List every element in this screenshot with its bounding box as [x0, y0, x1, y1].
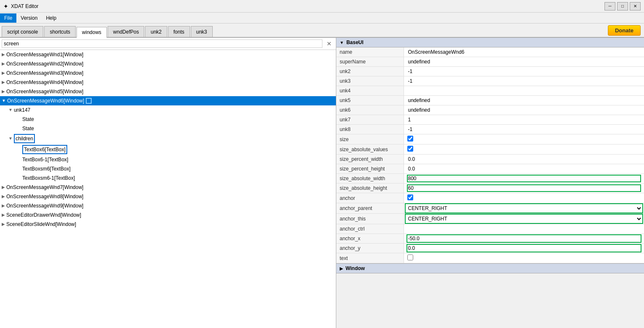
prop-val-unk3[interactable]	[404, 76, 644, 86]
search-bar: ✕	[0, 38, 336, 50]
prop-row-anchor-parent: anchor_parent CENTER_RIGHT CENTER_LEFT T…	[336, 203, 644, 214]
tree-item-1[interactable]: ▶ OnScreenMessageWnd1[Window]	[0, 50, 336, 59]
prop-key-size-absolute-height: size_absolute_height	[336, 184, 404, 193]
app-icon: ✦	[3, 3, 8, 10]
tree-item-9[interactable]: State	[0, 124, 336, 133]
tree-item-15[interactable]: ▶ OnScreenMessageWnd7[Window]	[0, 183, 336, 192]
prop-val-anchor-ctrl[interactable]	[404, 224, 644, 234]
prop-input-unk5[interactable]	[407, 97, 641, 104]
tab-unk2[interactable]: unk2	[145, 26, 167, 37]
donate-button[interactable]: Donate	[608, 25, 641, 36]
prop-input-supername[interactable]	[407, 58, 641, 65]
tree-item-6[interactable]: ▼ OnScreenMessageWnd6[Window]	[0, 96, 336, 105]
prop-input-unk8[interactable]	[407, 126, 641, 133]
tree-item-16[interactable]: ▶ OnScreenMessageWnd8[Window]	[0, 192, 336, 201]
prop-val-size-percent-height[interactable]	[404, 164, 644, 174]
prop-val-unk8[interactable]	[404, 125, 644, 134]
tab-script-console[interactable]: script console	[2, 26, 43, 37]
prop-row-unk6: unk6	[336, 105, 644, 115]
tree-item-14[interactable]: TextBoxsm6-1[TextBox]	[0, 173, 336, 183]
window-section-collapse-icon[interactable]: ▶	[340, 266, 343, 271]
tree-item-11[interactable]: TextBox6[TextBox]	[0, 144, 336, 155]
prop-row-size-absolute-height: size_absolute_height	[336, 184, 644, 193]
tree-item-13[interactable]: TextBoxsm6[TextBox]	[0, 164, 336, 173]
tab-windows[interactable]: windows	[77, 27, 107, 38]
prop-input-anchor-x[interactable]	[407, 235, 641, 242]
prop-val-anchor-parent[interactable]: CENTER_RIGHT CENTER_LEFT TOP_LEFT TOP_RI…	[404, 203, 644, 214]
window-section-header: ▶ Window	[336, 263, 644, 273]
menu-help[interactable]: Help	[42, 13, 61, 23]
minimize-button[interactable]: ─	[604, 2, 615, 10]
prop-key-anchor-parent: anchor_parent	[336, 203, 404, 214]
search-clear-button[interactable]: ✕	[324, 39, 334, 48]
prop-val-size-absolute-width[interactable]	[404, 174, 644, 184]
menu-version[interactable]: Version	[16, 13, 42, 23]
prop-val-size-absolute-values[interactable]	[404, 144, 644, 155]
prop-row-unk3: unk3	[336, 76, 644, 86]
tree-item-7[interactable]: ▼ unk147	[0, 105, 336, 115]
prop-input-size-percent-width[interactable]	[407, 156, 641, 163]
prop-checkbox-text[interactable]	[407, 255, 413, 260]
tab-fonts[interactable]: fonts	[168, 26, 190, 37]
prop-checkbox-size[interactable]	[407, 136, 413, 142]
prop-val-size-absolute-height[interactable]	[404, 184, 644, 193]
maximize-button[interactable]: □	[617, 2, 628, 10]
tree-container[interactable]: ▶ OnScreenMessageWnd1[Window] ▶ OnScreen…	[0, 50, 336, 328]
prop-input-anchor-ctrl[interactable]	[407, 226, 641, 232]
prop-checkbox-anchor[interactable]	[407, 194, 413, 200]
prop-val-size-percent-width[interactable]	[404, 155, 644, 164]
tree-item-18[interactable]: ▶ SceneEditorDrawerWnd[Window]	[0, 210, 336, 220]
prop-input-unk7[interactable]	[407, 116, 641, 123]
section-collapse-icon[interactable]: ▼	[340, 40, 344, 45]
prop-key-anchor-ctrl: anchor_ctrl	[336, 224, 404, 234]
prop-row-unk4: unk4	[336, 86, 644, 96]
right-panel: ▼ BaseUI name superName	[336, 38, 644, 328]
prop-select-anchor-parent[interactable]: CENTER_RIGHT CENTER_LEFT TOP_LEFT TOP_RI…	[406, 204, 643, 213]
tab-shortcuts[interactable]: shortcuts	[44, 26, 76, 37]
prop-key-unk2: unk2	[336, 67, 404, 76]
prop-select-anchor-this[interactable]: CENTER_RIGHT CENTER_LEFT TOP_LEFT TOP_RI…	[406, 215, 643, 223]
prop-val-text[interactable]	[404, 253, 644, 263]
prop-val-anchor-this[interactable]: CENTER_RIGHT CENTER_LEFT TOP_LEFT TOP_RI…	[404, 214, 644, 224]
tree-item-5[interactable]: ▶ OnScreenMessageWnd5[Window]	[0, 87, 336, 96]
tree-item-19[interactable]: ▶ SceneEditorSlideWnd[Window]	[0, 220, 336, 229]
tab-unk3[interactable]: unk3	[191, 26, 213, 37]
tree-item-12[interactable]: TextBox6-1[TextBox]	[0, 155, 336, 164]
prop-val-anchor-x[interactable]	[404, 234, 644, 244]
tab-wnddefpos[interactable]: wndDefPos	[108, 26, 144, 37]
prop-val-size[interactable]	[404, 134, 644, 144]
prop-input-unk6[interactable]	[407, 107, 641, 113]
prop-val-unk7[interactable]	[404, 115, 644, 125]
tree-item-17[interactable]: ▶ OnScreenMessageWnd9[Window]	[0, 201, 336, 210]
prop-key-size-absolute-values: size_absolute_values	[336, 144, 404, 155]
tree-label-2: OnScreenMessageWnd2[Window]	[6, 60, 83, 68]
prop-val-anchor-y[interactable]	[404, 244, 644, 253]
menu-file[interactable]: File	[0, 13, 16, 23]
prop-input-unk4[interactable]	[407, 87, 641, 94]
prop-input-anchor-y[interactable]	[407, 245, 641, 252]
prop-input-unk2[interactable]	[407, 68, 641, 75]
close-button[interactable]: ✕	[630, 2, 641, 10]
prop-val-unk4[interactable]	[404, 86, 644, 96]
prop-input-name[interactable]	[407, 49, 641, 55]
tree-item-2[interactable]: ▶ OnScreenMessageWnd2[Window]	[0, 59, 336, 68]
prop-val-unk2[interactable]	[404, 67, 644, 76]
prop-val-supername[interactable]	[404, 57, 644, 67]
tree-item-3[interactable]: ▶ OnScreenMessageWnd3[Window]	[0, 68, 336, 78]
prop-val-anchor[interactable]	[404, 193, 644, 203]
prop-row-unk5: unk5	[336, 96, 644, 105]
prop-input-size-absolute-height[interactable]	[407, 185, 641, 192]
prop-row-anchor-y: anchor_y	[336, 244, 644, 253]
prop-input-size-percent-height[interactable]	[407, 165, 641, 172]
tree-item-8[interactable]: State	[0, 115, 336, 124]
prop-val-name[interactable]	[404, 47, 644, 57]
tree-item-4[interactable]: ▶ OnScreenMessageWnd4[Window]	[0, 78, 336, 87]
tree-item-10[interactable]: ▼ children	[0, 133, 336, 144]
prop-input-size-absolute-width[interactable]	[407, 175, 641, 182]
prop-val-unk6[interactable]	[404, 105, 644, 115]
prop-input-unk3[interactable]	[407, 78, 641, 84]
prop-checkbox-size-absolute-values[interactable]	[407, 146, 413, 152]
search-input[interactable]	[2, 39, 322, 48]
prop-val-unk5[interactable]	[404, 96, 644, 105]
tree-label-18: SceneEditorDrawerWnd[Window]	[6, 211, 81, 219]
